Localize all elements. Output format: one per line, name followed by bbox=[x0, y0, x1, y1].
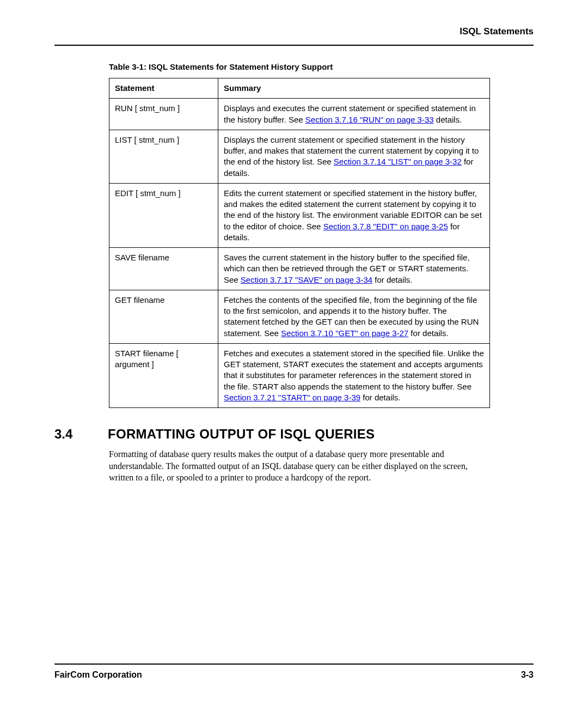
table-row: SAVE filename Saves the current statemen… bbox=[109, 248, 490, 290]
section-number: 3.4 bbox=[54, 427, 89, 442]
col-header-summary: Summary bbox=[218, 78, 490, 99]
summary-cell: Edits the current statement or specified… bbox=[218, 183, 490, 247]
summary-cell: Fetches the contents of the specified fi… bbox=[218, 290, 490, 343]
table-row: EDIT [ stmt_num ] Edits the current stat… bbox=[109, 183, 490, 247]
section-title: FORMATTING OUTPUT OF ISQL QUERIES bbox=[108, 427, 375, 442]
statement-cell: START filename [ argument ] bbox=[109, 343, 218, 407]
summary-text: Fetches and executes a statement stored … bbox=[224, 349, 484, 391]
table-row: GET filename Fetches the contents of the… bbox=[109, 290, 490, 343]
summary-text-post: for details. bbox=[372, 275, 412, 284]
isql-statements-table: Statement Summary RUN [ stmt_num ] Displ… bbox=[109, 78, 490, 408]
summary-cell: Displays and executes the current statem… bbox=[218, 99, 490, 130]
statement-cell: RUN [ stmt_num ] bbox=[109, 99, 218, 130]
statement-cell: LIST [ stmt_num ] bbox=[109, 130, 218, 183]
xref-link[interactable]: Section 3.7.14 "LIST" on page 3-32 bbox=[334, 157, 462, 166]
summary-cell: Fetches and executes a statement stored … bbox=[218, 343, 490, 407]
header-rule bbox=[54, 45, 534, 46]
table-row: START filename [ argument ] Fetches and … bbox=[109, 343, 490, 407]
xref-link[interactable]: Section 3.7.10 "GET" on page 3-27 bbox=[281, 328, 408, 338]
xref-link[interactable]: Section 3.7.21 "START" on page 3-39 bbox=[224, 393, 360, 402]
statement-cell: GET filename bbox=[109, 290, 218, 343]
summary-text-post: for details. bbox=[360, 393, 400, 402]
statement-cell: SAVE filename bbox=[109, 248, 218, 290]
section-body: Formatting of database query results mak… bbox=[109, 448, 490, 484]
xref-link[interactable]: Section 3.7.8 "EDIT" on page 3-25 bbox=[323, 222, 448, 231]
table-header-row: Statement Summary bbox=[109, 78, 490, 99]
footer-company: FairCom Corporation bbox=[54, 670, 142, 680]
table-row: LIST [ stmt_num ] Displays the current s… bbox=[109, 130, 490, 183]
page-header-label: ISQL Statements bbox=[54, 26, 534, 37]
footer-rule bbox=[54, 664, 534, 665]
col-header-statement: Statement bbox=[109, 78, 218, 99]
table-row: RUN [ stmt_num ] Displays and executes t… bbox=[109, 99, 490, 130]
summary-cell: Saves the current statement in the histo… bbox=[218, 248, 490, 290]
xref-link[interactable]: Section 3.7.16 "RUN" on page 3-33 bbox=[305, 115, 434, 124]
xref-link[interactable]: Section 3.7.17 "SAVE" on page 3-34 bbox=[241, 275, 372, 284]
summary-text-post: details. bbox=[434, 115, 462, 124]
summary-cell: Displays the current statement or specif… bbox=[218, 130, 490, 183]
summary-text-post: for details. bbox=[408, 328, 448, 338]
footer-page-number: 3-3 bbox=[521, 670, 534, 680]
table-caption: Table 3-1: ISQL Statements for Statement… bbox=[109, 62, 534, 71]
statement-cell: EDIT [ stmt_num ] bbox=[109, 183, 218, 247]
